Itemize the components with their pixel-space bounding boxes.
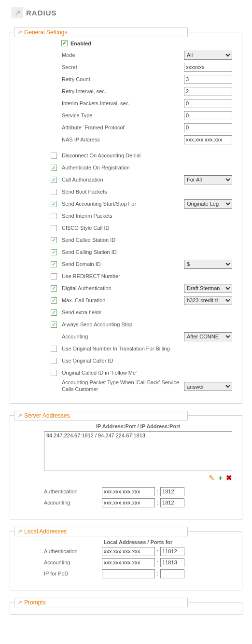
service-type-input[interactable] bbox=[184, 111, 232, 120]
secret-input[interactable] bbox=[184, 63, 232, 72]
server-addresses-panel: ↗ Server Addresses IP Address:Port / IP … bbox=[10, 415, 242, 519]
server-acct-ip-input[interactable] bbox=[102, 498, 155, 507]
orig-called-follow-label: Original Called ID in 'Follow Me' bbox=[62, 370, 232, 376]
digital-auth-checkbox[interactable]: ✓ bbox=[51, 285, 57, 292]
secret-label: Secret bbox=[62, 64, 184, 70]
local-pod-ip-input[interactable] bbox=[102, 569, 155, 578]
use-orig-caller-label: Use Original Caller ID bbox=[62, 358, 232, 364]
mode-label: Mode bbox=[62, 52, 184, 58]
framed-protocol-label: Attribute `Framed Protocol' bbox=[62, 125, 184, 130]
use-redirect-checkbox[interactable]: ✓ bbox=[51, 273, 57, 280]
server-addresses-legend: ↗ Server Addresses bbox=[14, 411, 188, 420]
retry-interval-input[interactable] bbox=[184, 87, 232, 96]
local-pod-label: IP for PoD bbox=[44, 571, 102, 576]
acct-packet-callback-select[interactable]: answer bbox=[184, 382, 232, 391]
delete-icon[interactable]: ✖ bbox=[226, 474, 232, 482]
nas-ip-label: NAS IP Address bbox=[62, 137, 184, 142]
prompts-legend: ↗ Prompts bbox=[14, 598, 188, 607]
always-stop-label: Always Send Accounting Stop bbox=[62, 322, 232, 327]
send-extra-label: Send extra fields bbox=[62, 309, 232, 315]
use-orig-billing-checkbox[interactable]: ✓ bbox=[51, 346, 57, 352]
local-addresses-panel: ↗ Local Addresses Local Addresses / Port… bbox=[10, 531, 242, 590]
send-domain-select[interactable]: $ bbox=[184, 260, 232, 269]
call-auth-checkbox[interactable]: ✓ bbox=[51, 177, 57, 183]
send-called-label: Send Called Station ID bbox=[62, 237, 232, 243]
local-auth-port-input[interactable] bbox=[160, 547, 184, 556]
server-list-header: IP Address:Port / IP Address:Port bbox=[44, 423, 232, 429]
send-domain-label: Send Domain ID bbox=[62, 261, 184, 267]
send-extra-checkbox[interactable]: ✓ bbox=[51, 309, 57, 316]
local-acct-ip-input[interactable] bbox=[102, 558, 155, 567]
send-acct-startstop-select[interactable]: Originate Leg bbox=[184, 199, 232, 209]
server-acct-port-input[interactable] bbox=[160, 498, 184, 507]
digital-auth-label: Digital Authentication bbox=[62, 285, 184, 291]
max-call-dur-select[interactable]: h323-credit-ti bbox=[184, 296, 232, 305]
digital-auth-select[interactable]: Draft Sterman bbox=[184, 284, 232, 293]
send-calling-label: Send Calling Station ID bbox=[62, 249, 232, 255]
send-calling-checkbox[interactable]: ✓ bbox=[51, 249, 57, 255]
send-domain-checkbox[interactable]: ✓ bbox=[51, 261, 57, 267]
send-acct-startstop-checkbox[interactable]: ✓ bbox=[51, 201, 57, 207]
server-auth-label: Authentication bbox=[44, 489, 102, 494]
local-addresses-legend: ↗ Local Addresses bbox=[14, 527, 188, 536]
use-orig-billing-label: Use Original Number In Translation For B… bbox=[62, 346, 232, 351]
interim-input[interactable] bbox=[184, 99, 232, 108]
send-boot-checkbox[interactable]: ✓ bbox=[51, 189, 57, 195]
auth-on-reg-checkbox[interactable]: ✓ bbox=[51, 165, 57, 171]
arrow-icon: ↗ bbox=[17, 528, 23, 535]
framed-protocol-input[interactable] bbox=[184, 123, 232, 132]
call-auth-label: Call Authorization bbox=[62, 177, 184, 182]
server-list-item[interactable]: 94.247.224.67:1812 / 94.247.224.67:1813 bbox=[46, 433, 230, 438]
always-stop-checkbox[interactable]: ✓ bbox=[51, 322, 57, 328]
local-acct-port-input[interactable] bbox=[160, 558, 184, 567]
local-header: Local Addresses / Ports for bbox=[44, 539, 232, 545]
enabled-label: Enabled bbox=[70, 41, 91, 46]
send-called-checkbox[interactable]: ✓ bbox=[51, 237, 57, 243]
cisco-callid-checkbox[interactable]: ✓ bbox=[51, 225, 57, 231]
acct-packet-callback-label: Accounting Packet Type When 'Call Back' … bbox=[62, 379, 184, 393]
retry-count-label: Retry Count bbox=[62, 76, 184, 82]
server-auth-port-input[interactable] bbox=[160, 487, 184, 496]
local-auth-ip-input[interactable] bbox=[102, 547, 155, 556]
cisco-callid-label: CISCO Style Call ID bbox=[62, 225, 232, 231]
general-settings-legend: ↗ General Settings bbox=[14, 28, 188, 37]
disconnect-denial-label: Disconnect On Accounting Denial bbox=[62, 153, 232, 158]
page-title: RADIUS bbox=[26, 9, 57, 17]
use-orig-caller-checkbox[interactable]: ✓ bbox=[51, 358, 57, 364]
retry-interval-label: Retry Interval, sec. bbox=[62, 88, 184, 94]
local-acct-label: Accounting bbox=[44, 560, 102, 565]
prompts-panel: ↗ Prompts bbox=[10, 602, 242, 615]
interim-label: Interim Packets Interval, sec bbox=[62, 100, 184, 106]
arrow-icon: ↗ bbox=[17, 29, 23, 36]
send-interim-label: Send Interim Packets bbox=[62, 213, 232, 219]
add-icon[interactable]: + bbox=[218, 474, 223, 482]
auth-on-reg-label: Authenticate On Registration bbox=[62, 165, 232, 170]
accounting-select[interactable]: After CONNE bbox=[184, 332, 232, 341]
local-pod-port-input[interactable] bbox=[160, 569, 184, 578]
enabled-checkbox[interactable]: ✓ bbox=[61, 40, 68, 46]
use-redirect-label: Use REDIRECT Number bbox=[62, 273, 232, 279]
send-interim-checkbox[interactable]: ✓ bbox=[51, 213, 57, 219]
nas-ip-input[interactable] bbox=[184, 135, 232, 144]
server-acct-label: Accounting bbox=[44, 500, 102, 505]
retry-count-input[interactable] bbox=[184, 75, 232, 84]
local-auth-label: Authentication bbox=[44, 548, 102, 554]
arrow-icon: ↗ bbox=[17, 412, 23, 419]
service-type-label: Service Type bbox=[62, 112, 184, 118]
server-auth-ip-input[interactable] bbox=[102, 487, 155, 496]
arrow-icon: ↗ bbox=[17, 599, 23, 606]
max-call-dur-label: Max. Call Duration bbox=[62, 297, 184, 303]
server-list[interactable]: 94.247.224.67:1812 / 94.247.224.67:1813 bbox=[44, 431, 232, 471]
edit-icon[interactable]: ✎ bbox=[209, 474, 215, 482]
send-acct-startstop-label: Send Accounting Start/Stop For bbox=[62, 201, 184, 207]
max-call-dur-checkbox[interactable]: ✓ bbox=[51, 297, 57, 304]
orig-called-follow-checkbox[interactable]: ✓ bbox=[51, 370, 57, 376]
mode-select[interactable]: All bbox=[184, 51, 232, 60]
arrow-icon: ↗ bbox=[12, 7, 23, 18]
call-auth-select[interactable]: For All bbox=[184, 175, 232, 184]
accounting-label: Accounting bbox=[62, 334, 184, 339]
disconnect-denial-checkbox[interactable]: ✓ bbox=[51, 153, 57, 159]
send-boot-label: Send Boot Packets bbox=[62, 189, 232, 195]
general-settings-panel: ↗ General Settings ✓ Enabled Mode All Se… bbox=[10, 32, 242, 404]
